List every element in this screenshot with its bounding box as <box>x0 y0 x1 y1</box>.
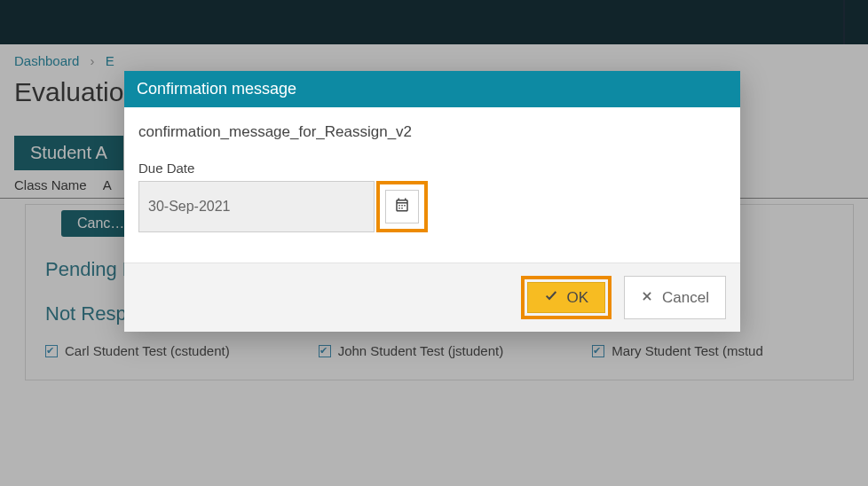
highlight-ok-button: OK <box>521 276 612 319</box>
modal-message: confirmation_message_for_Reassign_v2 <box>138 123 726 141</box>
date-picker-button[interactable] <box>385 190 419 223</box>
ok-label: OK <box>567 289 589 307</box>
calendar-icon <box>394 197 410 216</box>
check-icon <box>544 288 558 307</box>
due-date-label: Due Date <box>138 161 726 176</box>
modal-footer: OK Cancel <box>124 263 740 332</box>
modal-title: Confirmation message <box>124 71 740 107</box>
close-icon <box>641 289 653 307</box>
highlight-date-picker <box>376 181 428 232</box>
cancel-button[interactable]: Cancel <box>624 276 726 319</box>
cancel-label: Cancel <box>662 289 709 307</box>
confirmation-modal: Confirmation message confirmation_messag… <box>124 71 740 332</box>
due-date-input[interactable] <box>138 181 375 232</box>
ok-button[interactable]: OK <box>527 282 606 313</box>
